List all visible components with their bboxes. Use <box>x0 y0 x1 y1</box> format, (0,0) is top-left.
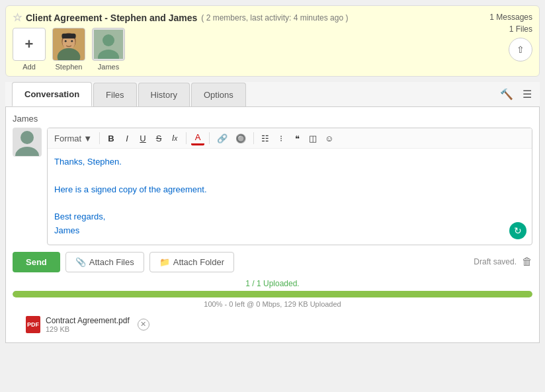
svg-point-5 <box>71 40 73 42</box>
attach-folder-button[interactable]: 📁 Attach Folder <box>149 252 234 272</box>
progress-bar-fill <box>13 291 532 297</box>
toolbar-separator-3 <box>209 132 210 144</box>
blockquote-button[interactable]: ❝ <box>290 132 304 145</box>
header-counts: 1 Messages 1 Files <box>489 11 532 35</box>
tab-files[interactable]: Files <box>93 83 136 106</box>
draft-status: Draft saved. 🗑 <box>474 256 532 268</box>
send-button[interactable]: Send <box>13 252 60 272</box>
font-color-button[interactable]: A <box>191 131 204 145</box>
files-count: 1 Files <box>489 23 532 35</box>
stephen-avatar[interactable] <box>52 28 85 61</box>
message-line-3: Best regards, <box>54 210 525 224</box>
member-stephen[interactable]: Stephen <box>52 28 85 71</box>
collapse-button[interactable]: ⇧ <box>509 38 532 61</box>
tab-history[interactable]: History <box>138 83 190 106</box>
svg-point-4 <box>65 40 67 42</box>
underline-button[interactable]: U <box>136 132 149 145</box>
group-title-row: ☆ Client Agreement - Stephen and James (… <box>13 11 532 24</box>
upload-section: 1 / 1 Uploaded. 100% - 0 left @ 0 Mbps, … <box>13 279 532 336</box>
strikethrough-button[interactable]: S <box>152 132 165 145</box>
format-dropdown[interactable]: Format ▼ <box>52 132 95 145</box>
format-label: Format <box>54 134 81 143</box>
file-name: Contract Agreement.pdf <box>46 316 130 325</box>
message-line-1: Thanks, Stephen. <box>54 155 525 169</box>
main-content: James Format ▼ B I U S Ix <box>5 107 540 343</box>
stephen-label: Stephen <box>56 63 83 71</box>
james-label: James <box>98 63 119 71</box>
stephen-photo <box>53 28 85 61</box>
member-add[interactable]: + Add <box>13 28 46 71</box>
toolbar-separator-2 <box>186 132 187 144</box>
file-item: PDF Contract Agreement.pdf 129 KB ✕ <box>26 313 532 336</box>
svg-rect-6 <box>62 34 75 39</box>
sender-label: James <box>13 114 532 124</box>
compose-editor: Format ▼ B I U S Ix A 🔗 🔘 ☷ ⁝ ❝ ◫ ☺ <box>47 128 532 245</box>
file-info: Contract Agreement.pdf 129 KB <box>46 316 130 333</box>
group-meta: ( 2 members, last activity: 4 minutes ag… <box>201 13 348 22</box>
members-row: + Add <box>13 28 532 71</box>
message-line-2: Here is a signed copy of the agreement. <box>54 183 525 197</box>
refresh-icon[interactable]: ↻ <box>509 222 526 239</box>
italic-button[interactable]: I <box>120 132 134 145</box>
upload-detail: 100% - 0 left @ 0 Mbps, 129 KB Uploaded <box>13 300 532 308</box>
james-avatar[interactable] <box>92 28 125 61</box>
bold-button[interactable]: B <box>105 132 118 145</box>
compose-avatar <box>13 128 42 157</box>
emoji-button[interactable]: ☺ <box>322 132 336 145</box>
clear-format-button[interactable]: Ix <box>168 132 181 144</box>
message-body[interactable]: Thanks, Stephen. Here is a signed copy o… <box>48 149 532 245</box>
ordered-list-button[interactable]: ☷ <box>259 132 272 145</box>
toolbar-separator-1 <box>99 132 100 144</box>
compose-user-silhouette <box>15 128 40 156</box>
file-size: 129 KB <box>46 325 130 333</box>
svg-point-8 <box>103 34 114 46</box>
menu-icon[interactable]: ☰ <box>521 87 533 102</box>
trash-icon[interactable]: 🗑 <box>522 256 532 268</box>
unlink-button[interactable]: 🔘 <box>233 132 249 145</box>
format-toolbar: Format ▼ B I U S Ix A 🔗 🔘 ☷ ⁝ ❝ ◫ ☺ <box>48 128 532 149</box>
svg-point-11 <box>15 147 39 156</box>
table-button[interactable]: ◫ <box>306 132 319 145</box>
tab-conversation[interactable]: Conversation <box>12 82 92 106</box>
tabs-bar: Conversation Files History Options 🔨 ☰ <box>5 82 540 107</box>
draft-status-text: Draft saved. <box>474 257 517 266</box>
attach-files-button[interactable]: 📎 Attach Files <box>65 252 144 272</box>
header-right-panel: 1 Messages 1 Files ⇧ <box>489 11 532 61</box>
folder-icon: 📁 <box>159 257 170 267</box>
progress-bar-track <box>13 291 532 297</box>
james-silhouette <box>94 30 123 59</box>
svg-point-10 <box>21 131 34 144</box>
add-member-avatar[interactable]: + <box>13 28 46 61</box>
group-header: ☆ Client Agreement - Stephen and James (… <box>5 5 540 77</box>
link-button[interactable]: 🔗 <box>214 132 230 145</box>
message-line-4: James <box>54 224 525 238</box>
file-remove-button[interactable]: ✕ <box>138 319 149 331</box>
unordered-list-button[interactable]: ⁝ <box>274 132 288 145</box>
action-bar: Send 📎 Attach Files 📁 Attach Folder Draf… <box>13 252 532 272</box>
star-icon[interactable]: ☆ <box>13 11 22 24</box>
settings-icon[interactable]: 🔨 <box>499 87 515 102</box>
toolbar-separator-4 <box>253 132 254 144</box>
member-add-label: Add <box>22 63 36 71</box>
upload-progress-label: 1 / 1 Uploaded. <box>13 279 532 288</box>
paperclip-icon: 📎 <box>75 257 86 267</box>
tabs-right-icons: 🔨 ☰ <box>499 87 533 102</box>
tab-options[interactable]: Options <box>191 83 246 106</box>
format-dropdown-arrow: ▼ <box>83 134 92 143</box>
messages-count: 1 Messages <box>489 11 532 23</box>
member-james[interactable]: James <box>92 28 125 71</box>
compose-area: Format ▼ B I U S Ix A 🔗 🔘 ☷ ⁝ ❝ ◫ ☺ <box>13 128 532 245</box>
pdf-icon: PDF <box>26 316 40 333</box>
plus-icon: + <box>13 28 45 60</box>
group-title: Client Agreement - Stephen and James <box>26 13 197 23</box>
